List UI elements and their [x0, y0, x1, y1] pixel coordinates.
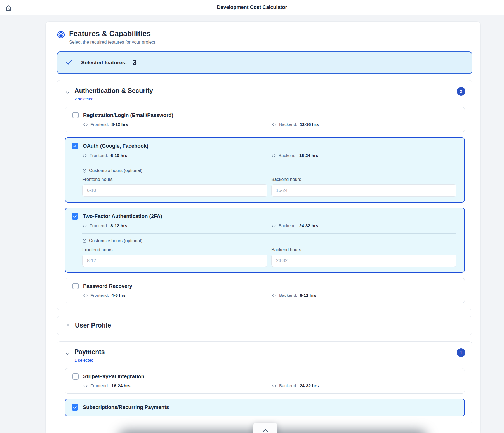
- feature-row-two-factor[interactable]: Two-Factor Authentication (2FA) Frontend…: [65, 208, 465, 273]
- divider: [82, 233, 456, 234]
- feature-row-oauth[interactable]: OAuth (Google, Facebook) Frontend: 6-10 …: [65, 137, 465, 203]
- app-title: Development Cost Calculator: [217, 4, 287, 10]
- feature-checkbox-checked[interactable]: [72, 143, 78, 149]
- hours-value: 4-6 hrs: [111, 293, 126, 298]
- backend-hours-label: Backend hours: [271, 177, 456, 182]
- hours-label: Backend:: [279, 153, 297, 158]
- feature-checkbox[interactable]: [72, 112, 79, 118]
- features-card: Features & Capabilities Select the requi…: [45, 21, 481, 433]
- section-title: User Profile: [75, 322, 111, 329]
- chevron-down-icon: [65, 90, 70, 97]
- section-selected-count: 1 selected: [74, 358, 105, 363]
- feature-name: Subscriptions/Recurring Payments: [83, 404, 169, 410]
- section-authentication-security: Authentication & Security 2 selected 2 R…: [57, 80, 472, 310]
- section-payments-header[interactable]: Payments 1 selected: [65, 348, 465, 363]
- section-selected-count: 2 selected: [74, 97, 153, 101]
- hours-label: Frontend:: [90, 122, 109, 127]
- chevron-right-icon: [65, 322, 70, 329]
- page-title: Features & Capabilities: [69, 29, 155, 38]
- hours-label: Backend:: [279, 223, 297, 228]
- section-count-badge: 2: [457, 87, 465, 96]
- code-icon: [82, 223, 87, 228]
- check-icon: [65, 58, 73, 67]
- code-icon: [82, 153, 87, 158]
- home-icon: [5, 5, 12, 12]
- code-icon: [271, 223, 276, 228]
- feature-name: OAuth (Google, Facebook): [83, 143, 148, 149]
- backend-hours: Backend: 12-16 hrs: [272, 122, 457, 127]
- divider: [82, 163, 456, 163]
- hours-label: Frontend:: [90, 223, 108, 228]
- code-icon: [83, 293, 88, 298]
- chevron-up-icon: [262, 427, 269, 433]
- feature-name: Two-Factor Authentication (2FA): [83, 213, 162, 219]
- hours-value: 8-12 hrs: [110, 223, 127, 228]
- hours-label: Frontend:: [90, 293, 109, 298]
- section-title: Authentication & Security: [74, 87, 153, 95]
- page-subtitle: Select the required features for your pr…: [69, 40, 155, 45]
- backend-hours: Backend: 24-32 hrs: [271, 223, 456, 228]
- customize-hours-label: Customize hours (optional):: [89, 168, 144, 173]
- backend-hours-label: Backend hours: [271, 247, 456, 252]
- hours-label: Frontend:: [90, 153, 108, 158]
- target-icon: [57, 30, 65, 40]
- feature-name: Password Recovery: [83, 283, 132, 289]
- backend-hours: Backend: 24-32 hrs: [272, 383, 457, 388]
- code-icon: [272, 293, 277, 298]
- frontend-hours-input[interactable]: [82, 255, 267, 267]
- chevron-down-icon: [65, 351, 70, 358]
- backend-hours: Backend: 8-12 hrs: [272, 293, 457, 298]
- hours-label: Backend:: [279, 383, 297, 388]
- hours-label: Frontend:: [90, 383, 109, 388]
- code-icon: [83, 122, 88, 127]
- selected-features-count: 3: [133, 58, 137, 67]
- section-user-profile[interactable]: User Profile: [57, 316, 472, 335]
- frontend-hours: Frontend: 6-10 hrs: [82, 153, 267, 158]
- feature-checkbox-checked[interactable]: [72, 404, 78, 411]
- feature-checkbox[interactable]: [72, 373, 79, 380]
- hours-value: 8-12 hrs: [111, 122, 128, 127]
- feature-row-registration-login[interactable]: Registration/Login (Email/Password) Fron…: [65, 107, 465, 132]
- feature-name: Registration/Login (Email/Password): [83, 112, 173, 118]
- hours-value: 24-32 hrs: [299, 223, 318, 228]
- hours-value: 12-16 hrs: [300, 122, 319, 127]
- frontend-hours: Frontend: 8-12 hrs: [83, 122, 268, 127]
- section-auth-header[interactable]: Authentication & Security 2 selected: [65, 87, 465, 101]
- feature-row-stripe-paypal[interactable]: Stripe/PayPal Integration Frontend: 16-2…: [65, 368, 465, 394]
- feature-row-password-recovery[interactable]: Password Recovery Frontend: 4-6 hrs Back…: [65, 278, 465, 303]
- selected-features-label: Selected features:: [81, 60, 127, 66]
- home-button[interactable]: [4, 4, 13, 13]
- code-icon: [272, 383, 277, 388]
- section-payments: Payments 1 selected 1 Stripe/PayPal Inte…: [57, 341, 472, 423]
- scroll-top-button[interactable]: [253, 423, 277, 433]
- feature-name: Stripe/PayPal Integration: [83, 373, 144, 380]
- hours-value: 24-32 hrs: [300, 383, 319, 388]
- code-icon: [83, 383, 88, 388]
- hours-label: Backend:: [279, 293, 297, 298]
- hours-value: 6-10 hrs: [110, 153, 127, 158]
- backend-hours-input[interactable]: [271, 255, 456, 267]
- backend-hours-input[interactable]: [271, 184, 456, 197]
- feature-checkbox[interactable]: [72, 283, 79, 289]
- hours-value: 16-24 hrs: [111, 383, 130, 388]
- section-title: Payments: [74, 348, 105, 356]
- clock-icon: [82, 168, 87, 173]
- section-count-badge: 1: [457, 348, 465, 357]
- hours-value: 8-12 hrs: [300, 293, 316, 298]
- frontend-hours-label: Frontend hours: [82, 247, 267, 252]
- card-header: Features & Capabilities Select the requi…: [57, 29, 472, 45]
- feature-row-subscriptions[interactable]: Subscriptions/Recurring Payments: [65, 399, 465, 416]
- frontend-hours-input[interactable]: [82, 184, 267, 197]
- frontend-hours-label: Frontend hours: [82, 177, 267, 182]
- frontend-hours: Frontend: 4-6 hrs: [83, 293, 268, 298]
- customize-hours-label: Customize hours (optional):: [89, 238, 144, 243]
- topbar: Development Cost Calculator: [0, 0, 504, 15]
- code-icon: [272, 122, 277, 127]
- clock-icon: [82, 239, 87, 243]
- selected-features-banner: Selected features: 3: [57, 51, 472, 74]
- hours-value: 16-24 hrs: [299, 153, 318, 158]
- feature-checkbox-checked[interactable]: [72, 213, 78, 220]
- frontend-hours: Frontend: 8-12 hrs: [82, 223, 267, 228]
- code-icon: [271, 153, 276, 158]
- backend-hours: Backend: 16-24 hrs: [271, 153, 456, 158]
